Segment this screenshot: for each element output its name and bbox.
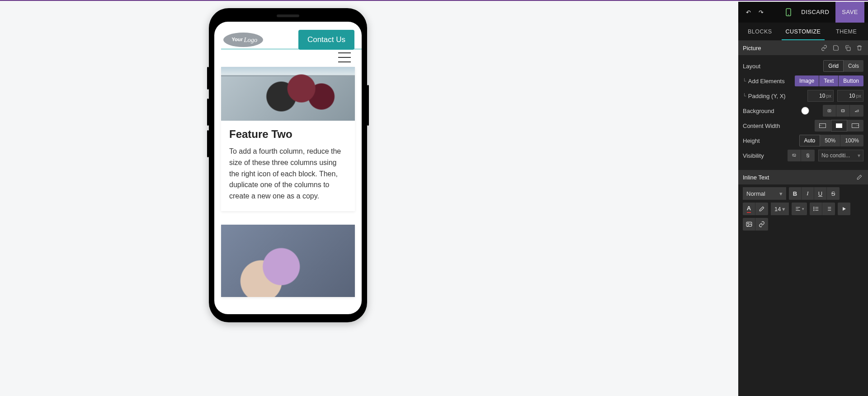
row-layout: Layout Grid Cols — [743, 59, 863, 73]
insert-image-button[interactable] — [743, 218, 755, 231]
strikethrough-button[interactable]: S — [827, 187, 840, 200]
visibility-mobile-icon[interactable] — [801, 150, 815, 161]
section-inline-text-header: Inline Text — [738, 170, 868, 184]
media-play-button[interactable] — [838, 203, 850, 215]
padding-x-input[interactable]: 10px — [837, 90, 863, 102]
bold-button[interactable]: B — [789, 187, 802, 200]
add-text-button[interactable]: Text — [819, 75, 839, 86]
height-50-button[interactable]: 50% — [820, 135, 840, 146]
content-width-full[interactable] — [847, 120, 863, 132]
save-button[interactable]: SAVE — [835, 2, 864, 23]
contact-us-button[interactable]: Contact Us — [298, 30, 354, 50]
padding-y-input[interactable]: 10px — [807, 90, 834, 102]
site-logo[interactable]: Your Logo — [222, 31, 265, 49]
bullet-list-button[interactable] — [810, 203, 822, 215]
layout-cols-button[interactable]: Cols — [844, 60, 863, 72]
tab-blocks[interactable]: BLOCKS — [738, 23, 782, 40]
underline-button[interactable]: U — [814, 187, 827, 200]
page-viewport[interactable]: Your Logo Contact Us Feature Two — [214, 22, 362, 314]
content-width-default[interactable] — [831, 120, 847, 132]
preview-canvas: Your Logo Contact Us Feature Two — [0, 2, 576, 324]
add-button-button[interactable]: Button — [839, 75, 863, 86]
mobile-preview-icon[interactable] — [782, 6, 795, 19]
text-style-select[interactable]: Normal▾ — [743, 187, 786, 200]
label-add-elements: Add Elements — [748, 78, 785, 85]
feature-image[interactable] — [221, 67, 355, 121]
italic-button[interactable]: I — [802, 187, 814, 200]
section-title: Picture — [743, 45, 761, 52]
device-side-button — [207, 99, 209, 126]
svg-point-13 — [814, 210, 814, 211]
height-100-button[interactable]: 100% — [840, 135, 863, 146]
background-color-swatch[interactable] — [801, 107, 809, 115]
row-visibility: Visibility No conditi...▾ — [743, 149, 863, 162]
feature-title[interactable]: Feature Two — [229, 128, 347, 141]
svg-text:Logo: Logo — [244, 36, 258, 43]
align-button[interactable]: ▾ — [792, 203, 807, 215]
label-height: Height — [743, 137, 796, 144]
feature-card[interactable]: Feature Two To add a fourth column, redu… — [221, 67, 355, 211]
svg-rect-6 — [828, 109, 831, 112]
svg-point-4 — [788, 14, 789, 15]
row-content-width: Content Width — [743, 119, 863, 132]
background-image-icon[interactable] — [823, 105, 836, 117]
device-frame: Your Logo Contact Us Feature Two — [209, 8, 367, 322]
background-video-icon[interactable] — [836, 105, 850, 117]
highlight-button[interactable] — [755, 203, 768, 215]
feature-body: Feature Two To add a fourth column, redu… — [221, 121, 355, 211]
font-color-button[interactable]: A — [743, 203, 755, 215]
row-padding: └Padding (Y, X) 10px 10px — [743, 89, 863, 103]
visibility-desktop-icon[interactable] — [788, 150, 801, 161]
add-image-button[interactable]: Image — [795, 75, 819, 86]
numbered-list-button[interactable] — [822, 203, 835, 215]
link-icon[interactable] — [820, 44, 828, 52]
svg-point-11 — [814, 207, 814, 207]
content-width-narrow[interactable] — [815, 120, 831, 132]
selection-guideline — [221, 49, 362, 49]
device-screen: Your Logo Contact Us Feature Two — [214, 22, 362, 314]
tab-customize[interactable]: CUSTOMIZE — [782, 23, 825, 40]
feature-text[interactable]: To add a fourth column, reduce the size … — [229, 146, 347, 202]
copy-icon[interactable] — [844, 44, 852, 52]
label-content-width: Content Width — [743, 123, 811, 129]
device-side-button — [367, 85, 369, 126]
svg-rect-8 — [841, 109, 844, 112]
device-side-button — [207, 67, 209, 90]
site-navbar: Your Logo Contact Us — [214, 22, 362, 67]
layout-grid-button[interactable]: Grid — [823, 60, 844, 72]
row-background: Background — [743, 104, 863, 118]
tab-theme[interactable]: THEME — [825, 23, 868, 40]
svg-rect-5 — [847, 47, 850, 51]
section-picture-header: Picture — [738, 41, 868, 55]
row-add-elements: └Add Elements Image Text Button — [743, 74, 863, 88]
redo-icon[interactable]: ↷ — [755, 6, 767, 19]
height-auto-button[interactable]: Auto — [799, 135, 821, 146]
svg-point-7 — [829, 110, 830, 111]
undo-icon[interactable]: ↶ — [742, 6, 755, 19]
label-padding: Padding (Y, X) — [748, 93, 786, 99]
visibility-condition-select[interactable]: No conditi...▾ — [818, 150, 863, 161]
label-layout: Layout — [743, 63, 820, 70]
font-size-select[interactable]: 14▾ — [771, 203, 789, 215]
label-visibility: Visibility — [743, 152, 784, 159]
panel-tabs: BLOCKS CUSTOMIZE THEME — [738, 23, 868, 41]
editor-panel: ↶ ↷ DISCARD SAVE BLOCKS CUSTOMIZE THEME … — [738, 2, 868, 396]
device-side-button — [207, 130, 209, 157]
trash-icon[interactable] — [855, 44, 863, 52]
save-section-icon[interactable] — [832, 44, 840, 52]
editor-topbar: ↶ ↷ DISCARD SAVE — [738, 2, 868, 23]
insert-link-button[interactable] — [755, 218, 768, 231]
row-height: Height Auto 50% 100% — [743, 134, 863, 147]
svg-point-15 — [747, 223, 748, 224]
feature-image[interactable] — [221, 225, 355, 297]
label-background: Background — [743, 108, 797, 114]
svg-point-12 — [814, 208, 814, 209]
svg-text:Your: Your — [231, 37, 243, 42]
hamburger-menu-button[interactable] — [338, 52, 351, 62]
discard-button[interactable]: DISCARD — [795, 2, 835, 23]
edit-icon[interactable] — [855, 173, 863, 181]
text-toolbar: Normal▾ B I U S A 14▾ ▾ — [738, 184, 868, 233]
background-shape-icon[interactable] — [850, 105, 863, 117]
feature-card[interactable] — [221, 225, 355, 297]
section-title: Inline Text — [743, 174, 769, 181]
